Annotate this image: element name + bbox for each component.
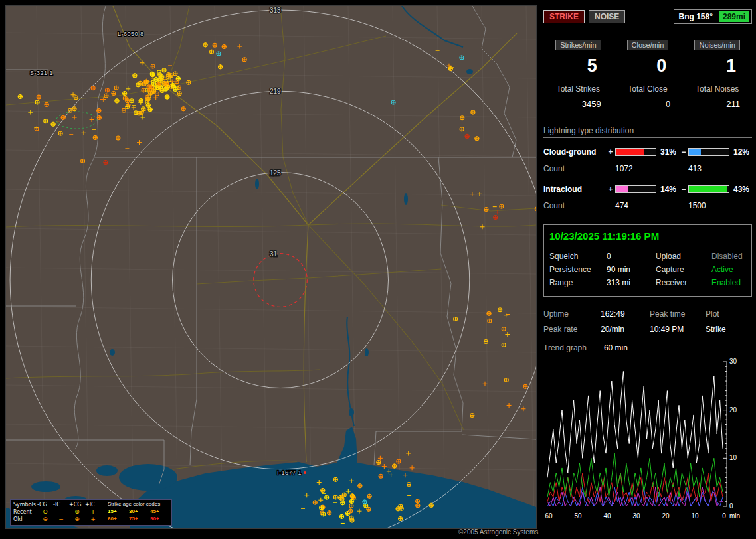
reservoir-6 [110,349,115,356]
intracloud-count-row: Count 474 1500 [543,197,752,214]
range-value: 313 mi [607,278,656,287]
total-close-label: Total Close [613,84,683,94]
strike-symbol [18,94,23,99]
strike-symbol [391,100,396,105]
status-section: 10/23/2025 11:19:16 PM Squelch 0 Upload … [543,224,752,297]
total-strikes-value: 3459 [543,99,613,109]
peak-time-label: Peak time [650,309,706,319]
bearing-label: Bng 158° [677,12,713,21]
trend-x-label: 20 [662,512,670,520]
strike-symbol [429,503,434,508]
strike-symbol [157,72,162,77]
ic-plus-bar [615,185,656,193]
strike-button[interactable]: STRIKE [543,10,585,23]
strike-symbol [523,384,527,389]
age-75: 75+ [129,515,150,522]
plot-label: Plot [706,309,748,319]
strike-symbol [333,495,338,499]
strike-symbol [340,501,345,505]
strikes-per-min-button[interactable]: Strikes/min [555,40,601,50]
strike-symbol [504,378,509,382]
strike-symbol [93,135,98,140]
storm-cell-label: S-321 1 [30,70,53,76]
strike-symbol [338,495,343,500]
storm-cell-label: L-6050 8 [118,31,144,37]
recent-ic-pos-icon: + [85,508,101,516]
peak-rate-label: Peak rate [543,325,601,334]
strike-symbol [350,493,355,498]
ic-minus-pct: 43% [729,185,752,194]
symbol-legend: Symbols -CG -IC +CG +IC Recent ⊖ − ⊕ + O… [11,500,104,525]
strike-symbol [327,510,331,515]
strike-symbol [151,64,155,69]
plus-sign: + [606,147,615,157]
strike-symbol [342,493,347,497]
trend-x-unit: min [729,512,740,520]
strike-symbol [96,108,101,113]
count-label: Count [543,164,606,173]
strike-symbol [130,98,134,103]
strike-symbol [173,71,177,76]
strike-symbol [339,514,344,519]
strike-symbol [484,207,488,212]
map-area[interactable]: 31125219313 L-6050 8S-321 1I-1677 1 Symb… [5,5,537,529]
old-ic-neg-icon: − [53,516,69,523]
range-ring-label: 125 [270,169,281,177]
strike-symbol [175,86,179,90]
copyright: ©2005 Astrogenic Systems [458,528,538,536]
strike-symbol [148,107,153,112]
strike-symbol [470,110,475,114]
strike-symbol [474,136,479,141]
trend-x-label: 50 [574,512,582,520]
strike-symbol [114,86,119,90]
strike-symbol [147,84,151,89]
cg-plus-bar [615,148,656,156]
close-per-min-value: 0 [613,56,683,76]
capture-label: Capture [656,265,711,274]
total-close-value: 0 [613,99,683,109]
strike-symbol [125,98,130,103]
trend-y-label: 30 [729,358,737,365]
uptime-section: Uptime 162:49 Peak time Plot Peak rate 2… [543,306,752,337]
mode-toolbar: STRIKE NOISE Bng 158° 289mi [543,9,752,24]
bearing-display[interactable]: Bng 158° 289mi [674,9,752,24]
noise-button[interactable]: NOISE [589,10,625,23]
strike-symbol [379,474,383,479]
plot-value: Strike [706,325,748,334]
age-legend: Strike age color codes 15+ 30+ 45+ 60+ 7… [104,500,171,525]
trend-x-label: 0 [722,512,726,520]
recent-cg-neg-icon: ⊖ [37,508,53,516]
strike-symbol [112,91,116,96]
noises-per-min-button[interactable]: Noises/min [694,40,739,50]
strike-symbol [145,97,150,102]
strike-symbol [217,52,221,56]
strike-symbol [154,77,159,82]
legend-symbols-title: Symbols [13,501,37,508]
close-per-min-button[interactable]: Close/min [627,40,669,50]
strike-symbol [122,108,126,113]
strike-symbol [345,511,350,516]
distribution-section: Cloud-ground + 31% − 12% Count 1072 413 … [543,143,752,214]
strike-symbol [150,72,155,76]
persistence-value: 90 min [607,265,656,274]
cg-minus-count: 413 [688,164,729,173]
peak-time-value: 10:49 PM [650,325,706,334]
trend-y-label: 20 [729,406,737,414]
noises-per-min-value: 1 [682,56,752,76]
age-45: 45+ [150,508,171,515]
minus-sign: − [679,185,688,194]
lightning-map[interactable]: 31125219313 L-6050 8S-321 1I-1677 1 [6,6,536,528]
strike-legend: Symbols -CG -IC +CG +IC Recent ⊖ − ⊕ + O… [10,499,172,526]
strike-symbol [58,131,63,135]
strike-symbol [209,50,214,54]
strike-symbol [177,91,182,96]
strike-symbol [502,343,506,347]
strike-symbol [242,57,247,62]
strike-symbol [470,413,474,418]
strike-symbol [134,110,138,115]
strike-symbol [156,86,161,90]
squelch-label: Squelch [549,252,607,261]
strike-symbol [97,116,102,120]
strike-symbol [415,503,420,508]
legend-col-+cg: +CG [69,501,85,508]
